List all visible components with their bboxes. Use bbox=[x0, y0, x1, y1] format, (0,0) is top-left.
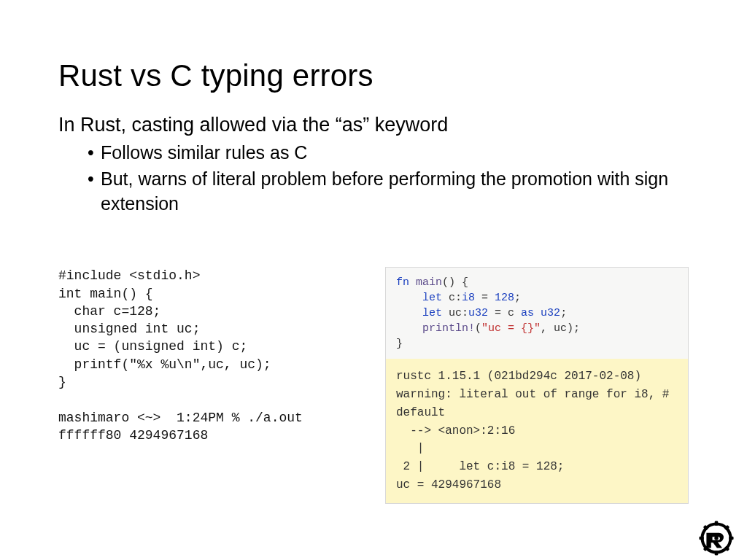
type-u32: u32 bbox=[541, 307, 560, 319]
type-u32: u32 bbox=[468, 307, 488, 319]
brace: { bbox=[455, 276, 468, 289]
keyword-let: let bbox=[422, 307, 442, 319]
slide: Rust vs C typing errors In Rust, casting… bbox=[0, 0, 747, 560]
num-128: 128 bbox=[495, 292, 514, 304]
paren: () bbox=[442, 276, 455, 289]
columns: #include <stdio.h> int main() { char c=1… bbox=[58, 267, 689, 504]
eq: = bbox=[475, 292, 495, 304]
bullet-list: Follows similar rules as C But, warns of… bbox=[58, 141, 689, 216]
indent bbox=[396, 307, 422, 319]
svg-rect-8 bbox=[699, 537, 703, 540]
bullet-item: Follows similar rules as C bbox=[101, 141, 689, 166]
lead-text: In Rust, casting allowed via the “as” ke… bbox=[58, 114, 689, 136]
keyword-as: as bbox=[521, 307, 534, 319]
keyword-let: let bbox=[422, 292, 442, 304]
brace: } bbox=[396, 338, 403, 350]
string-lit: "uc = {}" bbox=[481, 322, 541, 335]
svg-rect-2 bbox=[715, 521, 719, 525]
type-i8: i8 bbox=[462, 292, 475, 304]
rust-panel: fn main() { let c:i8 = 128; let uc:u32 =… bbox=[385, 267, 689, 504]
var: c: bbox=[442, 292, 462, 304]
rust-code-block: fn main() { let c:i8 = 128; let uc:u32 =… bbox=[386, 268, 688, 359]
eq: = c bbox=[488, 307, 521, 319]
indent bbox=[396, 292, 422, 304]
c-code-block: #include <stdio.h> int main() { char c=1… bbox=[58, 267, 365, 444]
rest: , uc); bbox=[541, 322, 580, 335]
svg-rect-6 bbox=[715, 551, 719, 555]
rust-output-block: rustc 1.15.1 (021bd294c 2017-02-08) warn… bbox=[386, 359, 688, 503]
semi: ; bbox=[560, 307, 567, 319]
indent bbox=[396, 322, 422, 335]
keyword-fn: fn bbox=[396, 276, 409, 289]
rust-logo-icon bbox=[696, 521, 737, 556]
sp bbox=[534, 307, 541, 319]
svg-rect-4 bbox=[729, 537, 733, 540]
println-macro: println! bbox=[422, 322, 475, 335]
fn-name: main bbox=[416, 276, 442, 289]
semi: ; bbox=[514, 292, 521, 304]
var: uc: bbox=[442, 307, 468, 319]
slide-title: Rust vs C typing errors bbox=[58, 58, 689, 93]
bullet-item: But, warns of literal problem before per… bbox=[101, 167, 689, 217]
